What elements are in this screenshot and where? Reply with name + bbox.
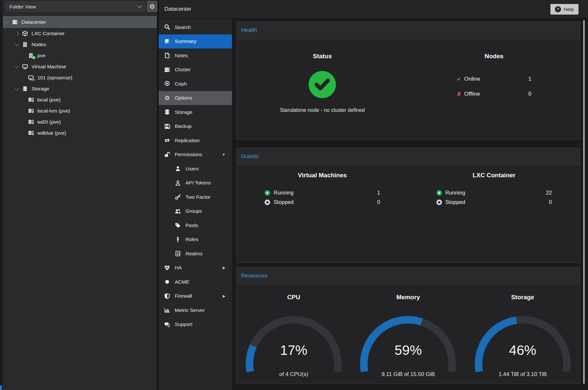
- cpu-detail: of 4 CPU(s): [236, 371, 351, 378]
- view-selector-dropdown[interactable]: Folder View: [6, 2, 145, 12]
- menu-item-groups[interactable]: Groups: [159, 204, 232, 219]
- menu-item-metric-server[interactable]: Metric Server: [159, 303, 232, 317]
- menu-item-users[interactable]: Users: [159, 162, 232, 176]
- memory-detail: 9.11 GiB of 15.50 GiB: [351, 371, 465, 378]
- check-icon: [315, 78, 330, 91]
- caret-right-icon[interactable]: ▶: [223, 266, 225, 270]
- menu-item-acme[interactable]: ACME: [159, 275, 232, 289]
- caret-right-icon[interactable]: ▶: [223, 294, 225, 298]
- status-ok-icon: [309, 71, 336, 98]
- search-icon: [164, 24, 170, 30]
- tree-item-pve[interactable]: pve: [3, 50, 157, 61]
- tree-item-label: Datacenter: [21, 19, 46, 25]
- vm-running-value: 1: [377, 190, 380, 196]
- datacenter-menu: Search Summary Notes Cluster Ceph ⚙ Opti…: [159, 19, 232, 390]
- menu-item-label: Support: [175, 321, 192, 327]
- notes-icon: [164, 52, 170, 59]
- running-icon: [436, 190, 442, 196]
- memory-heading: Memory: [351, 294, 465, 301]
- section-title: Guests: [241, 153, 259, 160]
- gear-icon: ⚙: [149, 3, 155, 10]
- cpu-heading: CPU: [236, 294, 351, 301]
- help-button-label: Help: [564, 7, 574, 12]
- menu-item-label: Search: [175, 24, 191, 30]
- menu-item-label: Firewall: [175, 293, 192, 299]
- tree-item-lxc-container[interactable]: LXC Container: [3, 28, 157, 39]
- menu-item-two-factor[interactable]: Two Factor: [159, 190, 232, 204]
- menu-item-backup[interactable]: Backup: [159, 119, 232, 134]
- tree-item-label: Storage: [32, 86, 49, 92]
- cpu-gauge: 17%: [245, 316, 342, 376]
- running-play-badge-icon: [32, 78, 36, 82]
- scrollbar[interactable]: [583, 20, 585, 384]
- status-heading: Status: [236, 53, 408, 60]
- menu-item-support[interactable]: Support: [159, 317, 232, 332]
- tree-item-virtual-machine[interactable]: Virtual Machine: [3, 61, 157, 72]
- heartbeat-icon: [164, 265, 170, 271]
- guests-panel-header: Guests: [236, 148, 580, 165]
- menu-item-label: Groups: [185, 208, 202, 214]
- menu-item-pools[interactable]: Pools: [159, 218, 232, 233]
- tree-item-storage-wd2t[interactable]: wd2t (pve): [3, 116, 157, 128]
- help-button[interactable]: ? Help: [550, 4, 579, 15]
- memory-gauge: 59%: [359, 316, 457, 376]
- storage-gauge: 46%: [474, 316, 571, 376]
- storage-drive-icon: [28, 119, 34, 125]
- caret-down-icon[interactable]: ▼: [222, 153, 225, 156]
- vm-running-label: Running: [274, 190, 293, 196]
- comments-icon: [164, 321, 170, 328]
- tree-item-label: LXC Container: [32, 31, 65, 36]
- menu-item-label: Metric Server: [175, 307, 205, 313]
- server-icon: [12, 19, 18, 25]
- menu-item-options[interactable]: ⚙ Options: [159, 91, 232, 105]
- menu-item-ceph[interactable]: Ceph: [159, 77, 232, 91]
- bottom-left-accent: [0, 385, 2, 390]
- menu-item-label: Roles: [185, 236, 198, 242]
- chevron-down-icon[interactable]: [15, 86, 19, 90]
- tree-item-datacenter[interactable]: Datacenter: [3, 16, 157, 28]
- menu-item-label: Two Factor: [185, 194, 211, 200]
- menu-item-summary[interactable]: Summary: [159, 34, 232, 49]
- menu-item-permissions[interactable]: Permissions ▼: [159, 148, 232, 162]
- menu-item-firewall[interactable]: Firewall ▶: [159, 289, 232, 303]
- shield-icon: [164, 293, 170, 299]
- chevron-down-icon[interactable]: [15, 42, 19, 46]
- tree-item-label: local-lvm (pve): [37, 108, 70, 114]
- menu-item-notes[interactable]: Notes: [159, 48, 232, 63]
- chevron-down-icon[interactable]: [15, 64, 19, 68]
- section-title: Health: [241, 27, 257, 34]
- chevron-down-icon[interactable]: [5, 19, 9, 23]
- vm-stopped-value: 0: [377, 199, 380, 205]
- menu-item-realms[interactable]: Realms: [159, 247, 232, 261]
- check-icon: ✔: [457, 76, 461, 83]
- menu-item-storage[interactable]: Storage: [159, 105, 232, 119]
- menu-item-roles[interactable]: Roles: [159, 233, 232, 247]
- stopped-icon: [436, 199, 442, 205]
- status-message: Standalone node - no cluster defined: [236, 107, 408, 113]
- storage-percent: 46%: [474, 343, 571, 358]
- storage-drive-icon: [28, 130, 34, 136]
- menu-item-cluster[interactable]: Cluster: [159, 63, 232, 77]
- storage-heading: Storage: [466, 294, 580, 301]
- menu-item-label: Permissions: [175, 152, 202, 157]
- floppy-icon: [164, 123, 170, 129]
- tree-item-nodes[interactable]: Nodes: [3, 39, 157, 50]
- users-icon: [175, 208, 181, 214]
- tag-icon: [175, 222, 181, 228]
- tree-item-storage-local-lvm[interactable]: local-lvm (pve): [3, 105, 157, 116]
- tree-item-vm-101-opnsense[interactable]: 101 (opnsense): [3, 72, 157, 83]
- tree-settings-button[interactable]: ⚙: [147, 1, 158, 12]
- tree-item-storage-wdblue[interactable]: wdblue (pve): [3, 128, 157, 139]
- proxmox-app: Folder View ⚙ Datacenter LXC Container N…: [0, 0, 588, 390]
- chevron-down-icon: [137, 3, 142, 8]
- nodes-online-value: 1: [528, 76, 531, 82]
- tree-item-storage[interactable]: Storage: [3, 83, 157, 94]
- menu-item-ha[interactable]: HA ▶: [159, 261, 232, 275]
- menu-item-replication[interactable]: Replication: [159, 133, 232, 148]
- lxc-stopped-label: Stopped: [445, 199, 465, 205]
- menu-item-api-tokens[interactable]: API Tokens: [159, 176, 232, 190]
- chevron-right-icon[interactable]: [15, 32, 19, 36]
- menu-item-search[interactable]: Search: [159, 20, 232, 34]
- tree-item-storage-local[interactable]: local (pve): [3, 94, 157, 105]
- resources-panel: Resources CPU 17% of 4 CPU(s) Memory: [236, 267, 580, 384]
